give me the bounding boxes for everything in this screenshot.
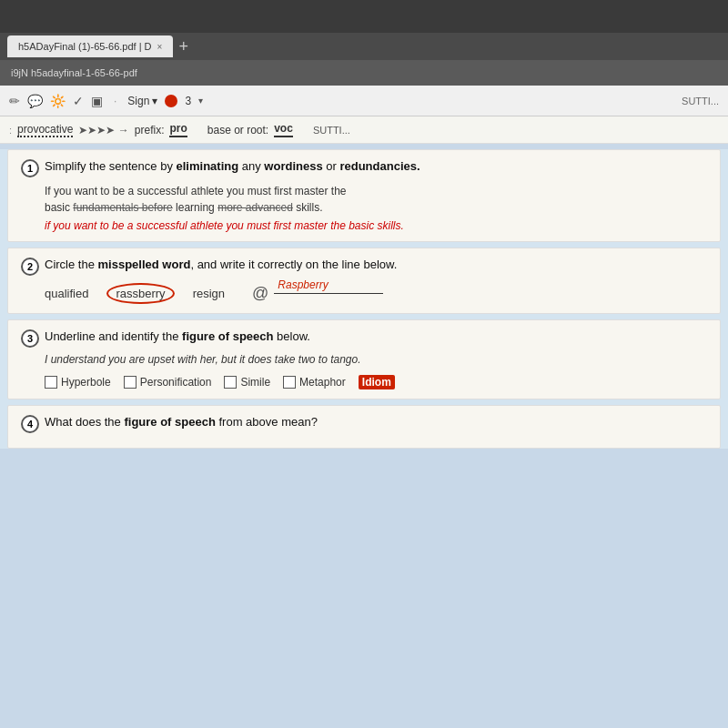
section-3: 3 Underline and identify the figure of s…	[7, 319, 721, 399]
section-4-number: 4	[21, 415, 39, 433]
sign-button[interactable]: Sign ▾	[127, 95, 157, 107]
section-3-title: Underline and identify the figure of spe…	[45, 329, 310, 343]
words-row: qualified rassberry resign @ Raspberry	[45, 283, 707, 304]
tab-title: h5ADayFinal (1)-65-66.pdf | D	[18, 41, 152, 52]
section-1-header: 1 Simplify the sentence by eliminating a…	[21, 159, 707, 177]
correction-line: Raspberry	[274, 293, 383, 294]
red-dot-indicator	[165, 95, 177, 107]
base-label: base or root:	[207, 124, 268, 136]
section-2-title: Circle the misspelled word, and write it…	[45, 258, 397, 271]
word-rassberry-circled: rassberry	[106, 283, 174, 304]
section-3-header: 3 Underline and identify the figure of s…	[21, 329, 707, 348]
checkbox-personification[interactable]	[124, 376, 136, 389]
pdf-toolbar: ✏ 💬 🔆 ✓ ▣ · Sign ▾ 3 ▾ SUTTI...	[0, 86, 728, 116]
check-icon[interactable]: ✓	[73, 94, 84, 108]
browser-chrome	[0, 0, 728, 33]
vocabulary-word: provocative	[17, 123, 73, 137]
page-number: 3	[185, 95, 191, 107]
address-bar: i9jN h5adayfinal-1-65-66-pdf	[0, 60, 728, 86]
suffix-label-row: SUTTI...	[313, 125, 350, 136]
original-text: If you want to be a successful athlete y…	[45, 183, 707, 216]
section-3-number: 3	[21, 329, 39, 348]
pencil-icon[interactable]: ✏	[9, 94, 20, 108]
choice-idiom[interactable]: Idiom	[359, 375, 395, 389]
section-1-title: Simplify the sentence by eliminating any…	[45, 159, 420, 173]
checkbox-hyperbole[interactable]	[45, 376, 57, 389]
arrows-icon: ➤➤➤➤ →	[78, 124, 128, 136]
word-analysis-row: : provocative ➤➤➤➤ → prefix: pro base or…	[0, 116, 728, 144]
figure-sentence: I understand you are upset with her, but…	[45, 353, 707, 366]
section-4: 4 What does the figure of speech from ab…	[7, 405, 721, 449]
section-2-header: 2 Circle the misspelled word, and write …	[21, 258, 707, 276]
section-4-header: 4 What does the figure of speech from ab…	[21, 415, 707, 433]
base-value: voc	[274, 122, 293, 137]
choice-metaphor-label: Metaphor	[299, 376, 346, 389]
idiom-selected-label: Idiom	[359, 375, 395, 389]
choice-hyperbole[interactable]: Hyperbole	[45, 376, 111, 389]
choice-personification[interactable]: Personification	[124, 376, 212, 389]
checkbox-metaphor[interactable]	[283, 376, 296, 389]
word-qualified: qualified	[45, 287, 88, 300]
sign-label: Sign	[127, 95, 149, 107]
choice-simile[interactable]: Simile	[224, 376, 270, 389]
choice-metaphor[interactable]: Metaphor	[283, 376, 346, 389]
new-tab-button[interactable]: +	[178, 37, 188, 56]
answer-text-1: if you want to be a successful athlete y…	[45, 219, 707, 232]
section-1: 1 Simplify the sentence by eliminating a…	[7, 149, 721, 242]
image-icon[interactable]: ▣	[91, 94, 103, 108]
tab-bar: h5ADayFinal (1)-65-66.pdf | D × +	[0, 33, 728, 60]
strikethrough-text-2: more advanced	[217, 201, 293, 214]
at-marker: @	[252, 284, 268, 303]
suffix-label: SUTTI...	[682, 96, 719, 106]
main-content: 1 Simplify the sentence by eliminating a…	[0, 149, 728, 449]
page-arrow-icon[interactable]: ▾	[198, 96, 203, 106]
prefix-label: prefix:	[135, 124, 165, 136]
section-1-number: 1	[21, 159, 39, 177]
choice-hyperbole-label: Hyperbole	[61, 376, 111, 389]
checkbox-simile[interactable]	[224, 376, 237, 389]
correction-answer: Raspberry	[278, 278, 328, 291]
strikethrough-text-1: fundamentals before	[73, 201, 172, 214]
section-2: 2 Circle the misspelled word, and write …	[7, 248, 721, 314]
section-2-number: 2	[21, 258, 39, 276]
choice-personification-label: Personification	[140, 376, 212, 389]
choice-simile-label: Simile	[240, 376, 270, 389]
prefix-value: pro	[169, 122, 187, 137]
sign-dropdown-icon: ▾	[152, 95, 157, 107]
highlight-icon[interactable]: 🔆	[50, 94, 66, 108]
section-4-title: What does the figure of speech from abov…	[45, 415, 318, 429]
word-resign: resign	[193, 287, 225, 300]
url-text: i9jN h5adayfinal-1-65-66-pdf	[11, 67, 137, 78]
comment-icon[interactable]: 💬	[27, 94, 43, 108]
correction-area: @ Raspberry	[252, 284, 383, 303]
choices-row: Hyperbole Personification Simile Metapho…	[45, 375, 707, 389]
browser-tab[interactable]: h5ADayFinal (1)-65-66.pdf | D ×	[7, 35, 173, 57]
bottom-stripe	[0, 454, 728, 472]
tab-close-button[interactable]: ×	[157, 42, 163, 52]
